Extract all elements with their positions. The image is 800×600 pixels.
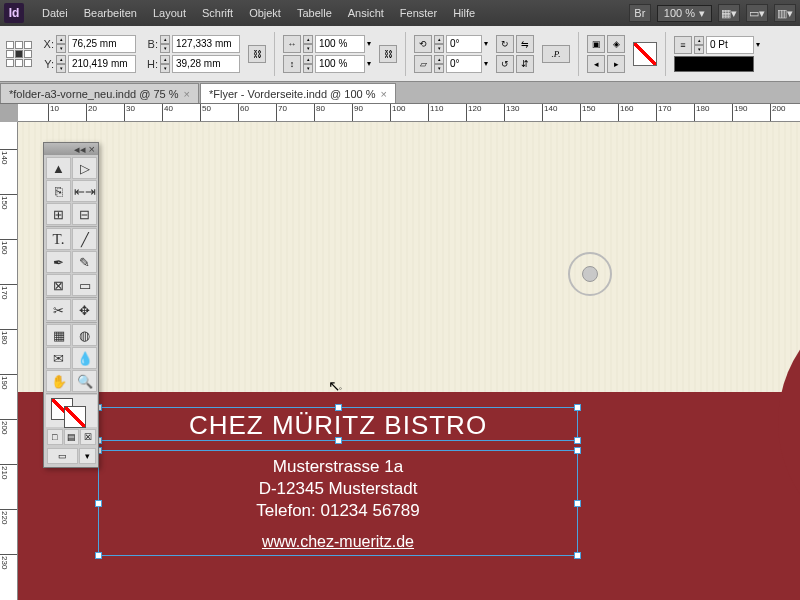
- scale-y-input[interactable]: 100 %: [315, 55, 365, 73]
- selection-tool[interactable]: ▲: [46, 157, 71, 179]
- y-label: Y:: [40, 58, 54, 70]
- stroke-spinner[interactable]: ▴▾: [694, 36, 704, 54]
- type-tool[interactable]: T.: [46, 228, 71, 250]
- direct-selection-tool[interactable]: ▷: [72, 157, 97, 179]
- w-label: B:: [144, 38, 158, 50]
- pen-tool[interactable]: ✒: [46, 251, 71, 273]
- h-spinner[interactable]: ▴▾: [160, 55, 170, 73]
- sx-spinner[interactable]: ▴▾: [303, 35, 313, 53]
- menu-datei[interactable]: Datei: [34, 7, 76, 19]
- menu-objekt[interactable]: Objekt: [241, 7, 289, 19]
- screen-mode-icon[interactable]: ▭▾: [746, 4, 768, 22]
- note-tool[interactable]: ✉: [46, 347, 71, 369]
- gradient-feather-tool[interactable]: ◍: [72, 324, 97, 346]
- document-tabs: *folder-a3-vorne_neu.indd @ 75 %× *Flyer…: [0, 82, 800, 104]
- preview-mode[interactable]: ▾: [79, 448, 96, 464]
- eyedropper-tool[interactable]: 💧: [72, 347, 97, 369]
- x-input[interactable]: 76,25 mm: [68, 35, 136, 53]
- document-page: M CHEZ MÜRITZ BISTRO Musterstrasse 1a D-…: [18, 122, 800, 600]
- select-next-icon[interactable]: ▸: [607, 55, 625, 73]
- rotate-cw-icon[interactable]: ↻: [496, 35, 514, 53]
- chevron-down-icon: ▾: [699, 7, 705, 20]
- close-icon[interactable]: ×: [380, 88, 386, 100]
- menu-hilfe[interactable]: Hilfe: [445, 7, 483, 19]
- shear-spinner[interactable]: ▴▾: [434, 55, 444, 73]
- rotate-input[interactable]: 0°: [446, 35, 482, 53]
- scale-y-icon: ↕: [283, 55, 301, 73]
- constrain-scale-icon[interactable]: ⛓: [379, 45, 397, 63]
- text-frame-address[interactable]: Musterstrasse 1a D-12345 Musterstadt Tel…: [98, 450, 578, 556]
- tab-flyer[interactable]: *Flyer - Vorderseite.indd @ 100 %×: [200, 83, 396, 103]
- menu-layout[interactable]: Layout: [145, 7, 194, 19]
- rectangle-tool[interactable]: ▭: [72, 274, 97, 296]
- view-options-icon[interactable]: ▦▾: [718, 4, 740, 22]
- y-input[interactable]: 210,419 mm: [68, 55, 136, 73]
- flyer-addr1: Musterstrasse 1a: [99, 457, 577, 477]
- close-icon[interactable]: ×: [184, 88, 190, 100]
- zoom-tool[interactable]: 🔍: [72, 370, 97, 392]
- rectangle-frame-tool[interactable]: ⊠: [46, 274, 71, 296]
- w-spinner[interactable]: ▴▾: [160, 35, 170, 53]
- content-collector-tool[interactable]: ⊞: [46, 203, 71, 225]
- tab-folder[interactable]: *folder-a3-vorne_neu.indd @ 75 %×: [0, 83, 199, 103]
- stroke-style[interactable]: [674, 56, 754, 72]
- flip-v-icon[interactable]: ⇵: [516, 55, 534, 73]
- menu-ansicht[interactable]: Ansicht: [340, 7, 392, 19]
- flyer-phone: Telefon: 01234 56789: [99, 501, 577, 521]
- control-bar: X:▴▾76,25 mm Y:▴▾210,419 mm B:▴▾127,333 …: [0, 26, 800, 82]
- shear-input[interactable]: 0°: [446, 55, 482, 73]
- fill-swatch[interactable]: [633, 42, 657, 66]
- scissors-tool[interactable]: ✂: [46, 299, 71, 321]
- p-indicator: .P.: [542, 45, 570, 63]
- rot-spinner[interactable]: ▴▾: [434, 35, 444, 53]
- normal-view-mode[interactable]: ▭: [47, 448, 78, 464]
- flyer-url: www.chez-mueritz.de: [99, 533, 577, 551]
- menu-bearbeiten[interactable]: Bearbeiten: [76, 7, 145, 19]
- rotate-ccw-icon[interactable]: ↺: [496, 55, 514, 73]
- hand-tool[interactable]: ✋: [46, 370, 71, 392]
- content-placer-tool[interactable]: ⊟: [72, 203, 97, 225]
- free-transform-tool[interactable]: ✥: [72, 299, 97, 321]
- ruler-horizontal: 0102030405060708090100110120130140150160…: [18, 104, 800, 122]
- flyer-addr2: D-12345 Musterstadt: [99, 479, 577, 499]
- stroke-weight-icon: ≡: [674, 36, 692, 54]
- apply-none[interactable]: ☒: [80, 429, 96, 445]
- select-container-icon[interactable]: ▣: [587, 35, 605, 53]
- toolbox-header[interactable]: ◂◂×: [44, 143, 98, 155]
- select-prev-icon[interactable]: ◂: [587, 55, 605, 73]
- flyer-title: CHEZ MÜRITZ BISTRO: [99, 410, 577, 441]
- apply-gradient[interactable]: ▤: [64, 429, 80, 445]
- gradient-swatch-tool[interactable]: ▦: [46, 324, 71, 346]
- arrange-icon[interactable]: ▥▾: [774, 4, 796, 22]
- menu-bar: Id Datei Bearbeiten Layout Schrift Objek…: [0, 0, 800, 26]
- scale-x-input[interactable]: 100 %: [315, 35, 365, 53]
- fill-stroke-swatch[interactable]: [46, 395, 97, 427]
- apply-color[interactable]: □: [47, 429, 63, 445]
- gap-tool[interactable]: ⇤⇥: [72, 180, 97, 202]
- menu-tabelle[interactable]: Tabelle: [289, 7, 340, 19]
- app-logo: Id: [4, 3, 24, 23]
- pencil-tool[interactable]: ✎: [72, 251, 97, 273]
- h-input[interactable]: 39,28 mm: [172, 55, 240, 73]
- text-frame-title[interactable]: CHEZ MÜRITZ BISTRO: [98, 407, 578, 441]
- circle-marker: [568, 252, 612, 296]
- constrain-link-icon[interactable]: ⛓: [248, 45, 266, 63]
- line-tool[interactable]: ╱: [72, 228, 97, 250]
- page-tool[interactable]: ⎘: [46, 180, 71, 202]
- canvas[interactable]: M CHEZ MÜRITZ BISTRO Musterstrasse 1a D-…: [18, 122, 800, 600]
- shear-icon: ▱: [414, 55, 432, 73]
- scale-x-icon: ↔: [283, 35, 301, 53]
- select-content-icon[interactable]: ◈: [607, 35, 625, 53]
- w-input[interactable]: 127,333 mm: [172, 35, 240, 53]
- bridge-button[interactable]: Br: [629, 4, 651, 22]
- reference-point[interactable]: [6, 41, 32, 67]
- y-spinner[interactable]: ▴▾: [56, 55, 66, 73]
- h-label: H:: [144, 58, 158, 70]
- menu-schrift[interactable]: Schrift: [194, 7, 241, 19]
- x-spinner[interactable]: ▴▾: [56, 35, 66, 53]
- zoom-level[interactable]: 100 %▾: [657, 5, 712, 22]
- sy-spinner[interactable]: ▴▾: [303, 55, 313, 73]
- menu-fenster[interactable]: Fenster: [392, 7, 445, 19]
- flip-h-icon[interactable]: ⇋: [516, 35, 534, 53]
- stroke-weight-input[interactable]: 0 Pt: [706, 36, 754, 54]
